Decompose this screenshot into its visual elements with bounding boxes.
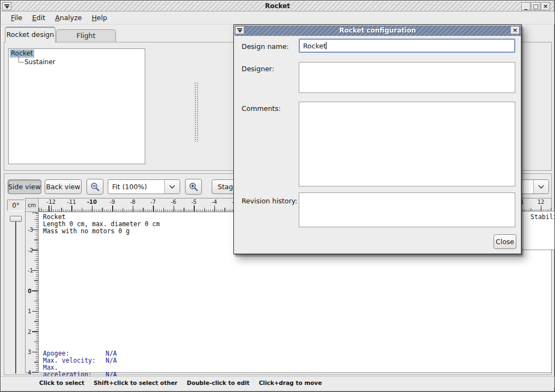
v-ruler-label: 2: [28, 328, 31, 334]
close-button[interactable]: ×: [541, 2, 550, 10]
zoom-out-button[interactable]: [87, 179, 103, 195]
menu-bar: FileEditAnalyzeHelp: [1, 11, 554, 24]
status-hint: Click+drag to move: [259, 379, 322, 386]
dialog-title: Rocket configuration: [235, 27, 521, 34]
tree-item-sustainer[interactable]: Sustainer: [24, 58, 144, 66]
flight-data-value: N/A: [106, 357, 117, 364]
comments-label: Comments:: [242, 104, 281, 113]
status-hint: Double-click to edit: [187, 379, 249, 386]
h-ruler-label: -12: [47, 199, 55, 205]
rocket-configuration-dialog: Rocket configuration × Design name: Desi…: [233, 24, 522, 254]
text-caret: [326, 42, 326, 49]
dialog-close-icon[interactable]: ×: [510, 26, 520, 34]
v-ruler-label: 3: [28, 349, 31, 355]
v-ruler-label: -3: [28, 227, 33, 233]
splitter-handle[interactable]: [194, 82, 198, 142]
rocket-info-text: Rocket Length 0 cm, max. diameter 0 cm M…: [43, 214, 160, 235]
designer-field[interactable]: [299, 62, 515, 93]
designer-label: Designer:: [242, 65, 274, 73]
menu-analyze[interactable]: Analyze: [50, 11, 87, 23]
h-ruler-label: -5: [192, 199, 197, 205]
h-ruler-label: -4: [212, 199, 217, 205]
back-view-button[interactable]: Back view: [45, 179, 82, 194]
v-ruler-label: -1: [28, 267, 33, 273]
comments-field[interactable]: [299, 102, 515, 186]
zoom-in-button[interactable]: [185, 179, 202, 195]
main-titlebar[interactable]: Rocket _ □ ×: [1, 1, 554, 11]
h-ruler-label: -7: [151, 199, 156, 205]
v-ruler-label: 0: [28, 288, 32, 294]
revision-history-field[interactable]: [299, 192, 515, 227]
h-ruler-label: -11: [67, 199, 76, 205]
rotation-angle-display: 0°: [7, 200, 24, 211]
h-ruler-label: 12: [538, 199, 545, 205]
h-ruler-label: -8: [130, 199, 135, 205]
chevron-down-icon[interactable]: [533, 180, 548, 194]
dialog-close-button[interactable]: Close: [494, 234, 516, 249]
v-ruler-label: 1: [28, 308, 31, 314]
minimize-button[interactable]: _: [521, 2, 531, 10]
flight-data-value: N/A: [106, 350, 117, 357]
menu-help[interactable]: Help: [87, 11, 112, 23]
magnifier-plus-icon: [189, 182, 199, 192]
rotation-slider-thumb[interactable]: [10, 216, 22, 222]
openrocket-main-window: Rocket _ □ × FileEditAnalyzeHelp Rocket …: [0, 0, 555, 392]
flight-data-text: Apogee:N/AMax. velocity:N/AMax. accelera…: [43, 350, 117, 378]
status-bar: Click to selectShift+click to select oth…: [1, 376, 554, 388]
menu-edit[interactable]: Edit: [27, 11, 50, 23]
component-tree[interactable]: Rocket Sustainer: [8, 48, 145, 164]
chevron-down-icon[interactable]: [164, 180, 180, 194]
rotation-slider-track[interactable]: [15, 217, 16, 374]
side-view-button[interactable]: Side view: [8, 179, 41, 194]
design-name-label: Design name:: [242, 42, 289, 51]
vertical-ruler: -3-2-101234: [26, 213, 39, 372]
status-hint: Click to select: [39, 379, 84, 386]
tree-item-rocket[interactable]: Rocket: [10, 49, 144, 58]
ruler-unit-label: cm: [26, 198, 39, 212]
tab-flight-simulations[interactable]: Flight simulations: [56, 29, 116, 42]
window-title: Rocket: [1, 2, 554, 10]
design-name-input[interactable]: Rocket: [299, 39, 515, 53]
h-ruler-label: -6: [171, 199, 176, 205]
zoom-level-combo[interactable]: Fit (100%): [108, 179, 180, 194]
magnifier-minus-icon: [90, 182, 100, 192]
h-ruler-label: -10: [87, 199, 97, 205]
tab-rocket-design[interactable]: Rocket design: [5, 27, 55, 42]
status-hint: Shift+click to select other: [94, 379, 177, 386]
menu-file[interactable]: File: [6, 11, 27, 23]
revision-history-label: Revision history:: [242, 197, 298, 205]
v-ruler-label: -2: [28, 247, 33, 253]
dialog-titlebar[interactable]: Rocket configuration ×: [235, 26, 521, 36]
maximize-button[interactable]: □: [531, 2, 540, 10]
v-ruler-label: 4: [28, 369, 31, 375]
h-ruler-label: -9: [110, 199, 115, 205]
